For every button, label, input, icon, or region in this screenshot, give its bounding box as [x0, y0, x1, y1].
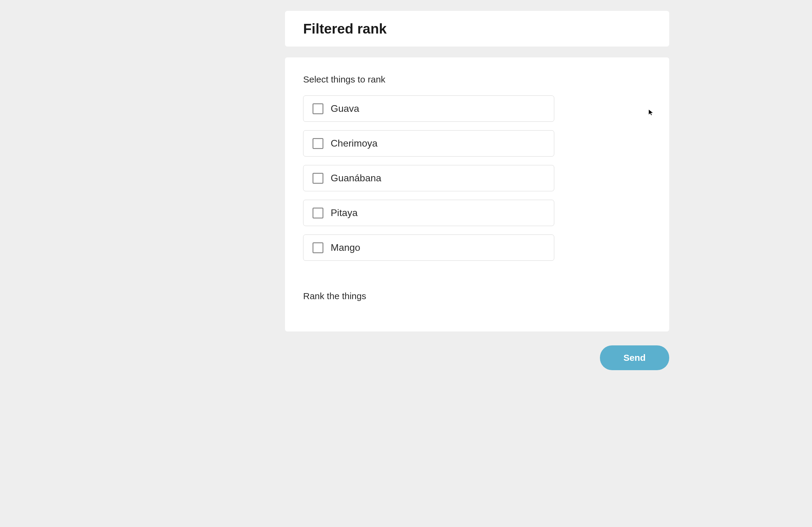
content-card: Select things to rank Guava Cherimoya Gu… [285, 57, 669, 331]
checkbox-item-cherimoya[interactable]: Cherimoya [303, 130, 554, 156]
checkbox-icon [313, 173, 323, 184]
rank-section-label: Rank the things [303, 291, 651, 301]
checkbox-item-guanabana[interactable]: Guanábana [303, 165, 554, 191]
checkbox-list: Guava Cherimoya Guanábana Pitaya Mango [303, 95, 651, 261]
header-card: Filtered rank [285, 11, 669, 47]
checkbox-label: Pitaya [331, 207, 358, 219]
checkbox-label: Cherimoya [331, 138, 378, 149]
checkbox-label: Guava [331, 103, 359, 114]
checkbox-label: Mango [331, 242, 360, 253]
select-section-label: Select things to rank [303, 74, 651, 85]
checkbox-icon [313, 103, 323, 114]
checkbox-icon [313, 138, 323, 149]
checkbox-item-pitaya[interactable]: Pitaya [303, 200, 554, 226]
send-button[interactable]: Send [600, 345, 669, 370]
checkbox-icon [313, 242, 323, 253]
checkbox-icon [313, 208, 323, 219]
checkbox-item-guava[interactable]: Guava [303, 95, 554, 122]
checkbox-label: Guanábana [331, 172, 381, 184]
checkbox-item-mango[interactable]: Mango [303, 235, 554, 261]
page-title: Filtered rank [303, 20, 651, 37]
button-row: Send [285, 342, 669, 370]
